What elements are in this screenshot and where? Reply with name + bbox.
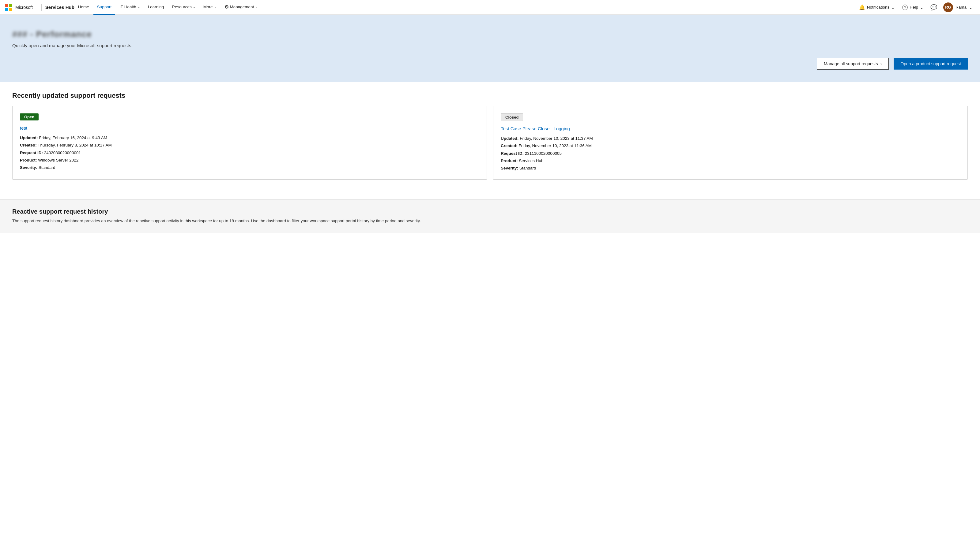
- card-link-test[interactable]: test: [20, 125, 479, 131]
- hero-subtitle: Quickly open and manage your Microsoft s…: [12, 43, 968, 48]
- microsoft-wordmark: Microsoft: [15, 5, 33, 10]
- chat-icon[interactable]: 💬: [928, 4, 940, 11]
- microsoft-logo: [5, 4, 12, 11]
- card-created-1: Created: Thursday, February 8, 2024 at 1…: [20, 142, 479, 149]
- notifications-btn[interactable]: 🔔 Notifications ⌄: [856, 0, 898, 15]
- history-title: Reactive support request history: [12, 208, 968, 215]
- services-hub-brand: Services Hub: [45, 5, 75, 10]
- card-link-testcase[interactable]: Test Case Please Close - Logging: [501, 126, 960, 131]
- nav-ithealth[interactable]: IT Health ⌄: [116, 0, 144, 15]
- card-updated-2: Updated: Friday, November 10, 2023 at 11…: [501, 135, 960, 142]
- nav-resources[interactable]: Resources ⌄: [168, 0, 199, 15]
- nav-right: 🔔 Notifications ⌄ ? Help ⌄ 💬 RG Rama ⌄: [856, 0, 975, 15]
- arrow-right-icon: ›: [880, 61, 882, 66]
- gear-icon: ⚙: [224, 4, 229, 10]
- card-product-2: Product: Services Hub: [501, 157, 960, 164]
- history-description: The support request history dashboard pr…: [12, 218, 968, 224]
- card-created-2: Created: Friday, November 10, 2023 at 11…: [501, 142, 960, 150]
- support-cards-grid: Open test Updated: Friday, February 16, …: [12, 106, 968, 180]
- ithealth-chevron-icon: ⌄: [137, 5, 140, 9]
- support-card-open: Open test Updated: Friday, February 16, …: [12, 106, 487, 180]
- help-btn[interactable]: ? Help ⌄: [899, 0, 927, 15]
- recently-updated-title: Recently updated support requests: [12, 92, 968, 100]
- card-requestid-1: Request ID: 2402080020000001: [20, 149, 479, 156]
- help-chevron-icon: ⌄: [920, 5, 924, 10]
- nav-management[interactable]: ⚙ Management ⌄: [221, 0, 261, 15]
- user-menu[interactable]: RG Rama ⌄: [941, 0, 975, 15]
- notifications-chevron-icon: ⌄: [891, 5, 895, 10]
- nav-more[interactable]: More ⌄: [200, 0, 220, 15]
- user-chevron-icon: ⌄: [969, 5, 973, 10]
- card-severity-1: Severity: Standard: [20, 164, 479, 171]
- hero-section: ### - Performance Quickly open and manag…: [0, 15, 980, 82]
- navigation: Microsoft Services Hub Home Support IT H…: [0, 0, 980, 15]
- more-chevron-icon: ⌄: [214, 5, 216, 9]
- history-section: Reactive support request history The sup…: [0, 199, 980, 233]
- main-content: Recently updated support requests Open t…: [0, 82, 980, 199]
- card-requestid-2: Request ID: 2311100020000005: [501, 150, 960, 157]
- nav-logo[interactable]: Microsoft: [5, 4, 33, 11]
- support-card-closed: Closed Test Case Please Close - Logging …: [493, 106, 968, 180]
- status-badge-closed: Closed: [501, 113, 523, 121]
- user-info: Rama: [956, 5, 967, 10]
- hero-actions: Manage all support requests › Open a pro…: [12, 58, 968, 70]
- card-product-1: Product: Windows Server 2022: [20, 156, 479, 164]
- hero-title: ### - Performance: [12, 29, 968, 39]
- manage-requests-button[interactable]: Manage all support requests ›: [817, 58, 889, 70]
- card-updated-1: Updated: Friday, February 16, 2024 at 9:…: [20, 134, 479, 142]
- status-badge-open: Open: [20, 113, 38, 120]
- help-icon: ?: [902, 5, 908, 10]
- user-name: Rama: [956, 5, 967, 10]
- nav-home[interactable]: Home: [75, 0, 93, 15]
- avatar: RG: [943, 2, 953, 12]
- nav-items: Home Support IT Health ⌄ Learning Resour…: [75, 0, 856, 15]
- open-support-request-button[interactable]: Open a product support request: [894, 58, 968, 70]
- nav-learning[interactable]: Learning: [144, 0, 168, 15]
- management-chevron-icon: ⌄: [255, 5, 258, 9]
- bell-icon: 🔔: [859, 4, 865, 10]
- nav-support[interactable]: Support: [94, 0, 115, 15]
- resources-chevron-icon: ⌄: [193, 5, 196, 9]
- card-severity-2: Severity: Standard: [501, 164, 960, 172]
